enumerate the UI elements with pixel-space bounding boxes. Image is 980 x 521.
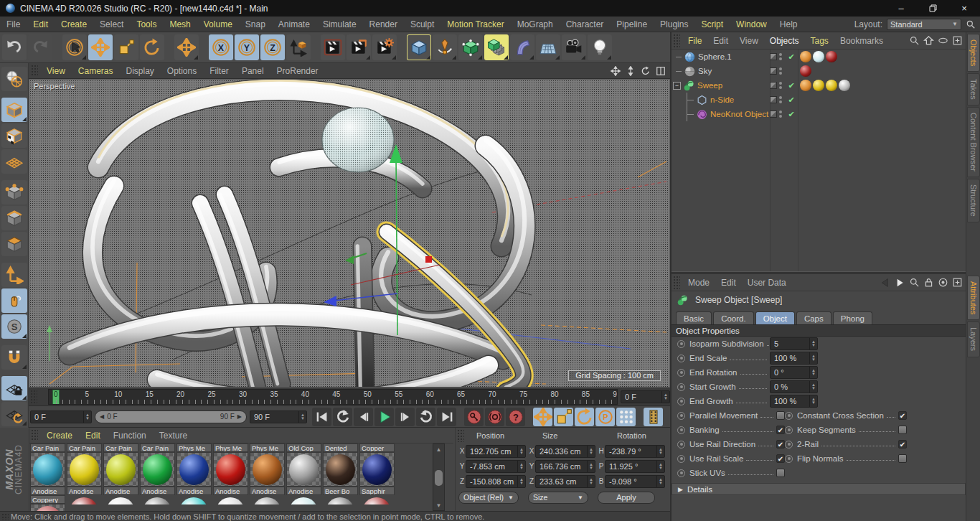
layer-toggle[interactable] [770, 96, 777, 103]
om-menu-view[interactable]: View [734, 36, 764, 46]
timeline-tick-60[interactable]: 60 [426, 390, 434, 398]
previous-frame-button[interactable] [354, 408, 373, 426]
spinner[interactable]: ▲▼ [517, 461, 525, 472]
material-preview[interactable] [30, 452, 65, 487]
layer-toggle[interactable] [770, 82, 777, 89]
spinner[interactable]: ▲▼ [809, 338, 817, 349]
animation-palette-help-button[interactable]: ? [506, 408, 525, 426]
key-point-level-button[interactable] [616, 408, 636, 426]
workplane-mode-button[interactable] [1, 149, 27, 174]
record-keyframe-button[interactable] [464, 408, 484, 426]
enabled-check-icon[interactable]: ✔ [786, 110, 796, 119]
material-item-row2-8[interactable] [323, 496, 358, 504]
timeline-tick-40[interactable]: 40 [301, 390, 309, 398]
material-menu-edit[interactable]: Edit [79, 431, 107, 441]
menu-mesh[interactable]: Mesh [163, 19, 197, 29]
am-menu-edit[interactable]: Edit [715, 278, 742, 288]
cycle-button[interactable] [416, 408, 435, 426]
dot-toggles[interactable] [779, 96, 782, 103]
dot-toggles[interactable] [779, 111, 782, 118]
restore-button[interactable] [917, 0, 948, 17]
menu-edit[interactable]: Edit [27, 19, 55, 29]
animation-dot-icon[interactable] [677, 355, 685, 362]
attribute-tab-caps[interactable]: Caps [796, 311, 831, 324]
panel-grip[interactable] [31, 429, 38, 441]
panel-grip[interactable] [673, 276, 680, 288]
range-start-field[interactable]: 0 F▲▼ [30, 410, 92, 423]
last-used-tool-button[interactable] [174, 34, 199, 60]
animation-dot-icon[interactable] [677, 369, 685, 377]
material-preview[interactable] [250, 452, 285, 487]
menu-pipeline[interactable]: Pipeline [610, 19, 654, 29]
viewport-menu-cameras[interactable]: Cameras [72, 66, 120, 76]
home-icon[interactable] [923, 35, 934, 47]
spinner[interactable]: ▲▼ [656, 461, 664, 472]
menu-help[interactable]: Help [773, 19, 804, 29]
enable-axis-mode-button[interactable] [1, 263, 27, 287]
history-back-icon[interactable] [880, 277, 891, 288]
material-preview[interactable] [67, 452, 102, 487]
panel-grip[interactable] [31, 65, 38, 77]
menu-mograph[interactable]: MoGraph [511, 19, 560, 29]
camera-button[interactable] [562, 34, 586, 60]
material-item-5[interactable]: Phys MeAnodise [176, 443, 212, 495]
spinner[interactable]: ▲▼ [809, 352, 817, 364]
material-item-row2-2[interactable] [103, 496, 138, 504]
viewport-menu-display[interactable]: Display [119, 66, 160, 76]
timeline-tick-45[interactable]: 45 [332, 390, 340, 398]
animation-dot-icon[interactable] [677, 412, 685, 420]
position-y-field[interactable]: -7.853 cm▲▼ [466, 460, 526, 473]
timeline-tick-5[interactable]: 5 [85, 390, 90, 398]
checkbox[interactable]: ✔ [898, 411, 907, 420]
viewport-rotate-icon[interactable] [639, 65, 652, 77]
timeline-tick-65[interactable]: 65 [457, 390, 465, 398]
timeline-tick-20[interactable]: 20 [176, 390, 184, 398]
material-item-11[interactable]: CopperyRose Gl [30, 495, 65, 511]
add-spline-pen-button[interactable] [433, 34, 457, 60]
environment-floor-button[interactable] [536, 34, 560, 60]
live-selection-button[interactable] [62, 34, 87, 60]
go-to-start-button[interactable] [312, 408, 331, 426]
side-tab-layers[interactable]: Layers [967, 321, 980, 357]
undo-button[interactable] [2, 34, 27, 60]
render-picture-viewer-button[interactable] [347, 34, 371, 60]
object-row-sky[interactable]: Sky [672, 64, 966, 78]
checkbox[interactable]: ✔ [776, 440, 785, 449]
material-item-row2-4[interactable] [176, 496, 212, 504]
animation-dot-icon[interactable] [785, 412, 793, 420]
autokeying-button[interactable] [485, 408, 504, 426]
history-forward-icon[interactable] [894, 277, 905, 288]
animation-dot-icon[interactable] [677, 441, 685, 449]
panel-grip[interactable] [673, 34, 680, 47]
spinner[interactable]: ▲▼ [587, 446, 595, 457]
animation-dot-icon[interactable] [785, 455, 793, 463]
field-isoparm-subdivision[interactable]: 5▲▼ [770, 337, 818, 350]
material-item-row2-1[interactable] [67, 496, 102, 504]
material-preview[interactable] [323, 452, 358, 487]
animation-dot-icon[interactable] [785, 426, 793, 434]
go-to-end-button[interactable] [437, 408, 456, 426]
checkbox[interactable] [898, 454, 907, 463]
timeline-tick-10[interactable]: 10 [114, 390, 122, 398]
material-preview[interactable] [286, 452, 321, 487]
viewport-canvas[interactable]: Perspective Grid Spacing : 100 cm [29, 79, 670, 388]
panel-grip[interactable] [1, 513, 9, 520]
menu-plugins[interactable]: Plugins [654, 19, 694, 29]
panel-grip[interactable] [30, 390, 37, 404]
viewport-menu-prorender[interactable]: ProRender [270, 66, 325, 76]
lock-icon[interactable] [923, 277, 934, 288]
range-end-field[interactable]: 90 F▲▼ [250, 410, 307, 423]
key-parameter-button[interactable]: P [595, 408, 615, 426]
timeline-tick-85[interactable]: 85 [582, 390, 590, 398]
object-row-neoknot-object[interactable]: NeoKnot Object✔ [672, 107, 966, 121]
subdivision-surface-button[interactable] [458, 34, 483, 60]
timeline-tick-15[interactable]: 15 [146, 390, 154, 398]
om-menu-tags[interactable]: Tags [805, 36, 834, 46]
lock-x-axis-button[interactable]: X [209, 34, 233, 60]
viewport-menu-panel[interactable]: Panel [235, 66, 270, 76]
material-preview[interactable] [140, 452, 175, 487]
material-item-6[interactable]: Phys MeAnodise [213, 443, 248, 495]
om-menu-file[interactable]: File [682, 36, 707, 46]
field-end-scale[interactable]: 100 %▲▼ [770, 352, 818, 365]
key-rotation-button[interactable] [575, 408, 594, 426]
